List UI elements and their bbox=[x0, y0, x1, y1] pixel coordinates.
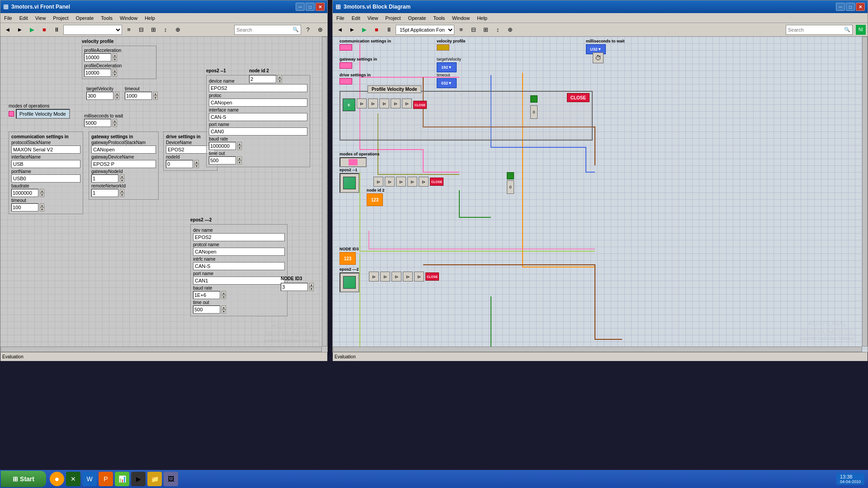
menu-view[interactable]: View bbox=[32, 14, 50, 22]
bd-func5[interactable]: ⊳ bbox=[402, 99, 412, 108]
bd-align-button[interactable]: ≡ bbox=[456, 24, 467, 35]
ms-wait-up[interactable]: ▲ bbox=[113, 119, 117, 123]
taskbar-icon-image[interactable]: 🖼 bbox=[164, 472, 178, 486]
epos2-1-timeout-input[interactable]: 500 bbox=[209, 156, 236, 164]
bd-epos2-func3[interactable]: ⊳ bbox=[396, 177, 406, 187]
comm-timeout-down[interactable]: ▼ bbox=[40, 207, 44, 211]
target-velocity-down[interactable]: ▼ bbox=[115, 96, 119, 100]
bd-dist-button[interactable]: ⊟ bbox=[468, 24, 479, 35]
bd-extra-button[interactable]: ⊕ bbox=[505, 24, 515, 35]
taskbar-icon-media[interactable]: ▶ bbox=[131, 472, 146, 486]
extra-button[interactable]: ⊕ bbox=[172, 24, 183, 35]
gw-node-input[interactable]: 1 bbox=[91, 174, 118, 183]
bd-epos2-func4[interactable]: ⊳ bbox=[407, 177, 417, 187]
gw-node-up[interactable]: ▲ bbox=[120, 174, 124, 178]
profile-accel-down[interactable]: ▼ bbox=[113, 57, 117, 61]
bd-run-button[interactable]: ▶ bbox=[359, 24, 370, 35]
bd-h-scrollbar[interactable] bbox=[333, 347, 862, 352]
bd-epos3-func3[interactable]: ⊳ bbox=[392, 272, 401, 282]
bd-menu-window[interactable]: Window bbox=[448, 14, 473, 22]
remote-net-input[interactable]: 1 bbox=[91, 189, 118, 197]
bd-epos3-func5[interactable]: ⊳ bbox=[414, 272, 424, 282]
bd-close-2[interactable]: CLOSE bbox=[430, 178, 443, 186]
timeout-up[interactable]: ▲ bbox=[153, 92, 158, 96]
taskbar-icon-ppt[interactable]: P bbox=[99, 472, 113, 486]
tools-extra[interactable]: ⊛ bbox=[315, 24, 326, 35]
bd-epos-icon-1[interactable]: E bbox=[343, 99, 355, 111]
gw-node-down[interactable]: ▼ bbox=[120, 178, 124, 183]
timeout-down[interactable]: ▼ bbox=[153, 96, 158, 100]
menu-file[interactable]: File bbox=[0, 14, 16, 22]
epos2-1-baud-input[interactable]: 1000000 bbox=[209, 142, 236, 150]
bd-minimize-button[interactable]: ─ bbox=[836, 3, 845, 11]
menu-help[interactable]: Help bbox=[141, 14, 159, 22]
font-selector[interactable]: 15pt Application Font bbox=[63, 25, 122, 35]
bd-font-selector[interactable]: 15pt Application Font bbox=[396, 25, 454, 35]
taskbar-icon-word[interactable]: W bbox=[82, 472, 97, 486]
bd-epos2-func2[interactable]: ⊳ bbox=[385, 177, 395, 187]
menu-operate[interactable]: Operate bbox=[72, 14, 98, 22]
node-id2-up[interactable]: ▲ bbox=[278, 75, 282, 79]
node-id3-input[interactable]: 3 bbox=[281, 283, 308, 291]
bd-func4[interactable]: ⊳ bbox=[391, 99, 401, 108]
taskbar-icon-firefox[interactable]: ● bbox=[50, 472, 64, 486]
epos2-2-baud-down[interactable]: ▼ bbox=[222, 295, 226, 299]
node-id-down[interactable]: ▼ bbox=[194, 164, 199, 168]
node-id-input[interactable]: 0 bbox=[166, 160, 193, 168]
fp-v-scrollbar[interactable] bbox=[322, 37, 327, 347]
target-velocity-up[interactable]: ▲ bbox=[115, 92, 119, 96]
run-button[interactable]: ▶ bbox=[27, 24, 38, 35]
bd-back-button[interactable]: ◄ bbox=[335, 24, 345, 35]
port-name-input[interactable]: USB0 bbox=[11, 174, 80, 183]
profile-accel-input[interactable]: 10000 bbox=[84, 53, 111, 61]
gw-protocol-input[interactable]: CANopen bbox=[91, 145, 156, 154]
back-button[interactable]: ◄ bbox=[2, 24, 13, 35]
node-id2-down[interactable]: ▼ bbox=[278, 79, 282, 83]
bd-menu-edit[interactable]: Edit bbox=[348, 14, 364, 22]
menu-window[interactable]: Window bbox=[116, 14, 141, 22]
ms-wait-input[interactable]: 5000 bbox=[84, 119, 111, 127]
bd-close-1[interactable]: CLOSE bbox=[413, 101, 427, 109]
pause-button[interactable]: ⏸ bbox=[51, 24, 62, 35]
bd-func3[interactable]: ⊳ bbox=[379, 99, 389, 108]
taskbar-icon-folder[interactable]: 📁 bbox=[147, 472, 162, 486]
baudrate-input[interactable]: 1000000 bbox=[11, 189, 38, 197]
bd-epos3-func2[interactable]: ⊳ bbox=[380, 272, 390, 282]
menu-project[interactable]: Project bbox=[49, 14, 72, 22]
ms-wait-down[interactable]: ▼ bbox=[113, 123, 117, 127]
epos2-1-protocol-input[interactable]: CANopen bbox=[209, 99, 307, 107]
modes-value[interactable]: Profile Velocity Mode bbox=[16, 109, 70, 119]
bd-menu-tools[interactable]: Tools bbox=[429, 14, 448, 22]
bd-close-button[interactable]: ✕ bbox=[856, 3, 865, 11]
bd-nimax-icon[interactable]: NI bbox=[856, 25, 866, 35]
protocol-stack-input[interactable]: MAXON Serial V2 bbox=[11, 145, 80, 154]
epos2-2-protocol-input[interactable]: CANopen bbox=[193, 248, 285, 256]
bd-menu-operate[interactable]: Operate bbox=[405, 14, 430, 22]
resize-button[interactable]: ⊞ bbox=[148, 24, 159, 35]
bd-epos3-func4[interactable]: ⊳ bbox=[403, 272, 413, 282]
stop-button[interactable]: ■ bbox=[39, 24, 50, 35]
bd-func1[interactable]: ⊳ bbox=[357, 99, 367, 108]
epos2-1-timeout-up[interactable]: ▲ bbox=[237, 156, 242, 160]
epos2-2-timeout-down[interactable]: ▼ bbox=[222, 310, 226, 314]
taskbar-icon-chart[interactable]: 📊 bbox=[115, 472, 129, 486]
epos2-2-timeout-up[interactable]: ▲ bbox=[222, 305, 226, 310]
epos2-1-port-input[interactable]: CAN0 bbox=[209, 127, 307, 136]
epos2-1-baud-down[interactable]: ▼ bbox=[237, 146, 242, 150]
profile-decel-up[interactable]: ▲ bbox=[113, 69, 117, 73]
reorder-button[interactable]: ↕ bbox=[160, 24, 171, 35]
bd-menu-project[interactable]: Project bbox=[382, 14, 404, 22]
maximize-button[interactable]: □ bbox=[306, 3, 315, 11]
epos2-1-device-input[interactable]: EPOS2 bbox=[209, 84, 307, 92]
profile-decel-input[interactable]: 10000 bbox=[84, 69, 111, 77]
epos2-2-port-input[interactable]: CAN1 bbox=[193, 277, 285, 285]
bd-search-input[interactable] bbox=[788, 27, 842, 33]
timeout-input[interactable]: 1000 bbox=[125, 92, 152, 100]
bd-resize-button[interactable]: ⊞ bbox=[480, 24, 491, 35]
bd-func2[interactable]: ⊳ bbox=[368, 99, 378, 108]
profile-decel-down[interactable]: ▼ bbox=[113, 73, 117, 77]
epos2-1-interface-input[interactable]: CAN-S bbox=[209, 113, 307, 121]
dist-button[interactable]: ⊟ bbox=[136, 24, 146, 35]
search-input[interactable] bbox=[236, 27, 291, 33]
menu-tools[interactable]: Tools bbox=[97, 14, 116, 22]
